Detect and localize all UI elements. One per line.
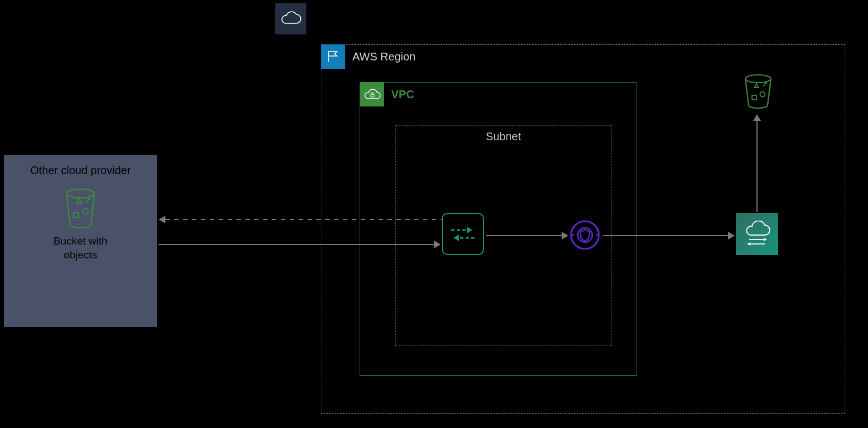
- svg-rect-7: [752, 95, 756, 100]
- vpc-label: VPC: [391, 88, 414, 101]
- region-badge: [321, 44, 345, 69]
- arrows-horizontal-icon: [448, 223, 478, 245]
- cloud-sync-icon: [741, 221, 773, 247]
- svg-point-4: [571, 221, 599, 249]
- svg-point-6: [760, 92, 765, 97]
- arrow-into-gateway: [434, 241, 441, 248]
- flow-datasync-s3: [756, 121, 758, 212]
- flow-gateway-privatelink: [486, 235, 563, 236]
- bucket-icon: [4, 187, 157, 230]
- flag-icon: [326, 49, 340, 64]
- region-label: AWS Region: [352, 50, 416, 63]
- flow-dashed-left: [165, 219, 442, 220]
- arrow-to-s3: [753, 114, 761, 121]
- svg-rect-1: [371, 94, 374, 97]
- arrow-left-to-cloud: [159, 216, 165, 223]
- subnet-label: Subnet: [486, 130, 521, 143]
- vpc-badge: [360, 82, 384, 106]
- flow-privatelink-datasync: [603, 235, 729, 236]
- arrow-to-datasync: [728, 232, 735, 240]
- privatelink-shield-icon: [569, 220, 600, 251]
- other-cloud-title: Other cloud provider: [4, 164, 157, 177]
- svg-point-2: [83, 208, 88, 214]
- arrow-to-privatelink: [562, 232, 568, 240]
- s3-bucket-node: [741, 72, 775, 111]
- cloud-icon: [280, 11, 302, 27]
- vpc-cloud-lock-icon: [362, 88, 381, 101]
- bucket-label: Bucket with objects: [4, 235, 157, 262]
- s3-bucket-icon: [742, 73, 774, 110]
- datasync-node: [736, 213, 778, 255]
- svg-rect-3: [74, 212, 79, 217]
- internet-gateway-node: [442, 213, 484, 255]
- other-cloud-provider-box: Other cloud provider Bucket with objects: [4, 155, 157, 327]
- privatelink-node: [569, 220, 600, 251]
- aws-cloud-badge: [275, 3, 306, 34]
- flow-cloud-to-gateway: [159, 244, 434, 245]
